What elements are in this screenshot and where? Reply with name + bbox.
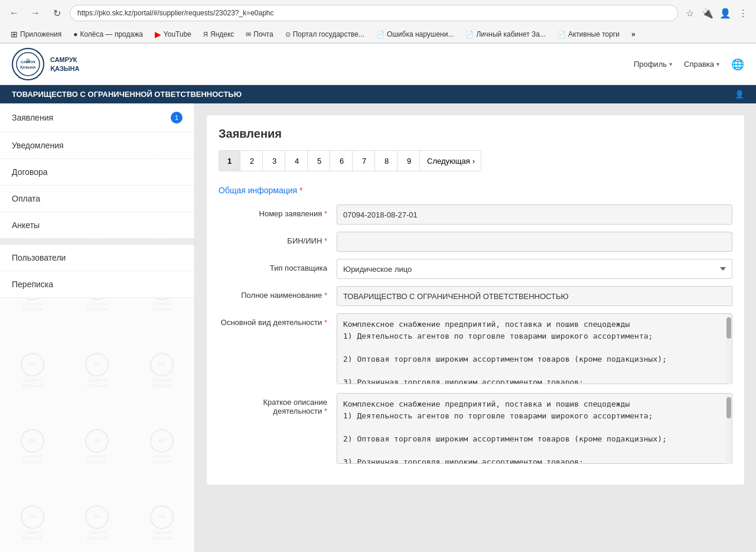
- company-name: ТОВАРИЩЕСТВО С ОГРАНИЧЕННОЙ ОТВЕТСТВЕННО…: [12, 90, 242, 99]
- profile-icon[interactable]: 👤: [718, 6, 732, 20]
- browser-chrome: ← → ↻ ☆ 🔌 👤 ⋮ ⊞Приложения●Колёса — прода…: [0, 0, 756, 44]
- extension-icon[interactable]: 🔌: [700, 6, 715, 20]
- next-label: Следующая: [427, 157, 470, 165]
- main-layout: СКСАМРУКҚАЗЫНАСКСАМРУКҚАЗЫНАСКСАМРУКҚАЗЫ…: [0, 103, 756, 552]
- back-button[interactable]: ←: [6, 5, 22, 21]
- sidebar-item-label: Договора: [12, 167, 48, 177]
- bin-row: БИН/ИИН *: [219, 232, 732, 252]
- profile-label: Профиль: [634, 60, 667, 69]
- form: Номер заявления * БИН/ИИН *: [219, 204, 732, 466]
- page-btn-2[interactable]: 2: [242, 151, 263, 171]
- short-description-scrollbar-thumb: [726, 397, 731, 418]
- svg-point-3: [26, 59, 31, 63]
- watermark-cell: СКСАМРУКҚАЗЫНА: [65, 408, 130, 485]
- sidebar-item-label: Заявления: [12, 113, 53, 122]
- page-btn-5[interactable]: 5: [309, 151, 330, 171]
- globe-icon[interactable]: 🌐: [731, 58, 744, 71]
- short-description-row: Краткое описание деятельности * Комплекс…: [219, 393, 732, 466]
- page-btn-8[interactable]: 8: [376, 151, 397, 171]
- sidebar-item-uvedomleniya[interactable]: Уведомления: [0, 132, 194, 159]
- short-description-wrapper: Комплексное снабжение предприятий, поста…: [337, 393, 732, 466]
- main-activity-wrapper: Комплексное снабжение предприятий, поста…: [337, 313, 732, 386]
- svg-point-0: [17, 53, 40, 76]
- page-btn-9[interactable]: 9: [399, 151, 420, 171]
- samruk-logo-svg: САМРУК ҚАЗЫНА: [15, 51, 41, 77]
- sidebar-item-label: Уведомления: [12, 141, 64, 150]
- supplier-type-label: Тип поставщика: [219, 259, 337, 272]
- user-icon: 👤: [735, 90, 744, 99]
- forward-button[interactable]: →: [27, 5, 44, 21]
- main-activity-textarea[interactable]: Комплексное снабжение предприятий, поста…: [337, 313, 732, 384]
- site-header: САМРУК ҚАЗЫНА САМРУК ҚАЗЫНА Профиль ▾ Сп…: [0, 44, 756, 85]
- logo-area: САМРУК ҚАЗЫНА САМРУК ҚАЗЫНА: [12, 48, 80, 80]
- page-btn-7[interactable]: 7: [354, 151, 375, 171]
- star-icon[interactable]: ☆: [683, 6, 697, 20]
- profile-button[interactable]: Профиль ▾: [634, 60, 672, 69]
- full-name-field: [337, 286, 732, 306]
- sidebar: СКСАМРУКҚАЗЫНАСКСАМРУКҚАЗЫНАСКСАМРУКҚАЗЫ…: [0, 103, 195, 552]
- bookmark-koles[interactable]: ●Колёса — продажа: [69, 29, 148, 40]
- watermark-cell: СКСАМРУКҚАЗЫНА: [129, 408, 194, 485]
- watermark-cell: СКСАМРУКҚАЗЫНА: [129, 332, 194, 408]
- content-card: Заявления 123456789Следующая › Общая инф…: [207, 115, 744, 485]
- bookmark-youtube[interactable]: ▶YouTube: [150, 28, 196, 40]
- svg-text:ҚАЗЫНА: ҚАЗЫНА: [20, 66, 36, 69]
- sidebar-item-oplata[interactable]: Оплата: [0, 186, 194, 212]
- bookmark-yandex[interactable]: ЯЯндекс: [198, 29, 239, 40]
- bookmark-cabinet[interactable]: 📄Личный кабинет За...: [461, 29, 550, 40]
- main-activity-label: Основной вид деятельности *: [219, 313, 337, 327]
- sidebar-item-perepiska[interactable]: Переписка: [0, 271, 194, 298]
- page-btn-6[interactable]: 6: [331, 151, 353, 171]
- sidebar-item-zayavleniya[interactable]: Заявления1: [0, 103, 194, 132]
- bookmark-error[interactable]: 📄Ошибка нарушени...: [372, 29, 459, 40]
- help-label: Справка: [684, 60, 714, 69]
- more-icon[interactable]: ⋮: [736, 6, 750, 20]
- address-bar[interactable]: [70, 5, 678, 21]
- bookmarks-bar: ⊞Приложения●Колёса — продажа▶YouTubeЯЯнд…: [0, 26, 756, 43]
- logo-text: САМРУК ҚАЗЫНА: [50, 56, 80, 73]
- page-btn-3[interactable]: 3: [264, 151, 285, 171]
- full-name-row: Полное наименование *: [219, 286, 732, 306]
- sidebar-divider: [0, 239, 194, 245]
- page-btn-1[interactable]: 1: [219, 151, 240, 171]
- help-button[interactable]: Справка ▾: [684, 60, 719, 69]
- next-chevron: ›: [472, 157, 475, 165]
- pagination: 123456789Следующая ›: [219, 150, 481, 171]
- bookmark-torgi[interactable]: 📄Активные торги: [553, 29, 624, 40]
- refresh-button[interactable]: ↻: [48, 5, 65, 21]
- watermark-cell: СКСАМРУКҚАЗЫНА: [129, 485, 194, 552]
- full-name-label: Полное наименование *: [219, 286, 337, 300]
- bin-field: [337, 232, 732, 252]
- short-description-textarea[interactable]: Комплексное снабжение предприятий, поста…: [337, 393, 732, 464]
- bookmark-portal[interactable]: ⊙Портал государстве...: [281, 29, 369, 40]
- full-name-input[interactable]: [337, 286, 732, 306]
- supplier-type-row: Тип поставщика Юридическое лицоФизическо…: [219, 259, 732, 279]
- short-description-label: Краткое описание деятельности *: [219, 393, 337, 415]
- profile-chevron: ▾: [669, 61, 672, 67]
- page-next-button[interactable]: Следующая ›: [421, 151, 481, 171]
- watermark-cell: СКСАМРУКҚАЗЫНА: [65, 332, 130, 408]
- browser-icons: ☆ 🔌 👤 ⋮: [683, 6, 750, 20]
- application-number-row: Номер заявления *: [219, 204, 732, 225]
- logo-circle: САМРУК ҚАЗЫНА: [12, 48, 44, 80]
- bin-label: БИН/ИИН *: [219, 232, 337, 245]
- bookmark-pochta[interactable]: ✉Почта: [241, 29, 278, 40]
- supplier-type-select[interactable]: Юридическое лицоФизическое лицоИП: [337, 259, 732, 279]
- application-number-input[interactable]: [337, 204, 732, 225]
- bin-input[interactable]: [337, 232, 732, 252]
- bookmark-more[interactable]: »: [627, 29, 640, 40]
- sidebar-content: Заявления1УведомленияДоговораОплатаАнкет…: [0, 103, 194, 298]
- sidebar-item-label: Пользователи: [12, 253, 66, 262]
- bookmark-apps[interactable]: ⊞Приложения: [6, 28, 66, 40]
- sidebar-item-ankety[interactable]: Анкеты: [0, 212, 194, 239]
- sidebar-item-dogovora[interactable]: Договора: [0, 159, 194, 186]
- sidebar-item-polzovateli[interactable]: Пользователи: [0, 245, 194, 271]
- browser-toolbar: ← → ↻ ☆ 🔌 👤 ⋮: [0, 0, 756, 26]
- watermark-cell: СКСАМРУКҚАЗЫНА: [65, 485, 130, 552]
- help-chevron: ▾: [716, 61, 719, 67]
- main-content: Заявления 123456789Следующая › Общая инф…: [195, 103, 756, 552]
- watermark-cell: СКСАМРУКҚАЗЫНА: [0, 332, 65, 408]
- supplier-type-field: Юридическое лицоФизическое лицоИП: [337, 259, 732, 279]
- page-btn-4[interactable]: 4: [286, 151, 308, 171]
- short-description-scrollbar: [726, 394, 731, 465]
